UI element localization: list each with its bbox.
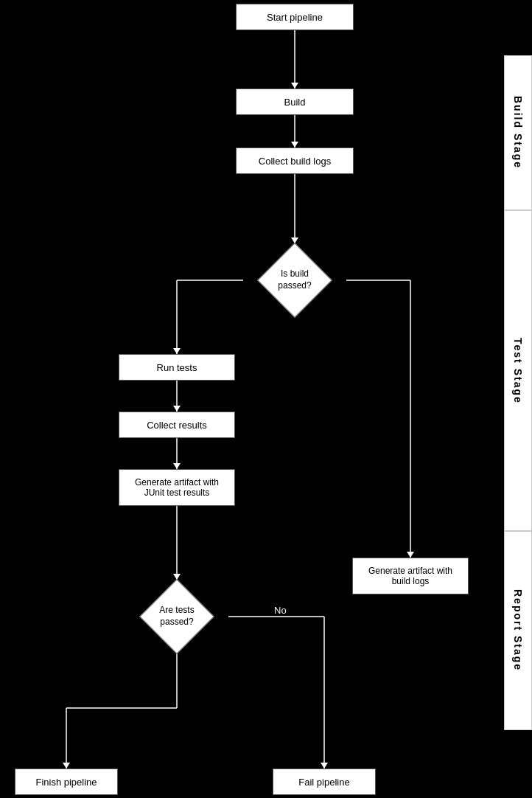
build-stage-label: Build Stage bbox=[504, 55, 532, 210]
svg-marker-10 bbox=[173, 406, 181, 412]
finish-pipeline-box: Finish pipeline bbox=[15, 768, 118, 795]
collect-results-box: Collect results bbox=[119, 412, 235, 438]
is-build-passed-diamond bbox=[257, 243, 332, 318]
svg-marker-24 bbox=[321, 763, 328, 768]
fail-pipeline-box: Fail pipeline bbox=[273, 768, 376, 795]
are-tests-passed-diamond bbox=[139, 579, 214, 654]
no-label: No bbox=[274, 605, 287, 616]
generate-artifact-build-logs-box: Generate artifact with build logs bbox=[352, 558, 469, 594]
collect-build-logs-box: Collect build logs bbox=[236, 148, 354, 174]
svg-marker-17 bbox=[407, 552, 414, 558]
report-stage-label: Report Stage bbox=[504, 531, 532, 730]
svg-marker-22 bbox=[63, 763, 70, 768]
are-tests-passed-container: Are tests passed? bbox=[140, 580, 214, 653]
svg-marker-12 bbox=[173, 463, 181, 469]
build-box: Build bbox=[236, 89, 354, 115]
test-stage-label: Test Stage bbox=[504, 210, 532, 531]
start-pipeline-box: Start pipeline bbox=[236, 4, 354, 30]
is-build-passed-container: Is build passed? bbox=[258, 243, 332, 317]
connectors-svg bbox=[0, 0, 532, 798]
generate-junit-box: Generate artifact with JUnit test result… bbox=[119, 469, 235, 506]
svg-marker-1 bbox=[291, 83, 298, 89]
diagram-area: Build Stage Test Stage Report Stage Star… bbox=[0, 0, 532, 798]
svg-marker-8 bbox=[173, 348, 181, 354]
run-tests-box: Run tests bbox=[119, 354, 235, 381]
svg-marker-3 bbox=[291, 142, 298, 148]
